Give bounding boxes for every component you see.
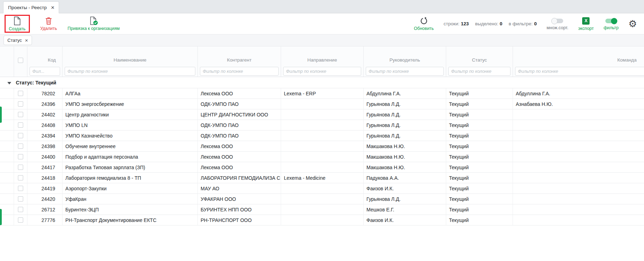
table-row[interactable]: 24408УМПО LNОДК-УМПО ПАОГурьянова Л.Д.Те… bbox=[0, 120, 644, 130]
row-checkbox-cell bbox=[14, 194, 27, 204]
row-checkbox[interactable] bbox=[18, 122, 23, 128]
group-row-status[interactable]: Статус: Текущий bbox=[0, 77, 644, 88]
bind-organizations-button[interactable]: Привязка к организациям bbox=[67, 16, 119, 31]
table-row[interactable]: 24396УМПО энергосбережениеОДК-УМПО ПАОГу… bbox=[0, 99, 644, 109]
table-row[interactable]: 24400Подбор и адаптация персоналаЛексема… bbox=[0, 152, 644, 162]
column-header-team[interactable]: Команда bbox=[513, 46, 644, 66]
table-row[interactable]: 24418Лаборатория гемодиализа 8 - ТПЛАБОР… bbox=[0, 173, 644, 183]
group-row-text: Статус: Текущий bbox=[16, 80, 56, 85]
column-filter-input-manager[interactable] bbox=[366, 67, 444, 76]
column-filter-input-name[interactable] bbox=[65, 67, 195, 76]
cell-name: РН-Транспорт Документирование ЕКТС bbox=[63, 215, 198, 225]
cell-code: 27776 bbox=[27, 215, 63, 225]
filter-toggle[interactable] bbox=[605, 19, 617, 23]
row-checkbox[interactable] bbox=[18, 91, 23, 96]
cell-team bbox=[513, 152, 644, 162]
tab-bar: Проекты - Реестр × bbox=[0, 0, 644, 13]
filter-toggle-button[interactable]: фильтр bbox=[604, 17, 619, 31]
cell-status: Текущий bbox=[446, 194, 513, 204]
cell-manager: Гурьянова Л.Д. bbox=[364, 120, 446, 130]
column-header-status[interactable]: Статус bbox=[446, 46, 513, 66]
left-edge-marker bbox=[0, 107, 2, 123]
table-row[interactable]: 26712Буринтех-ЭЦПБУРИНТЕХ НПП ОООМешков … bbox=[0, 204, 644, 215]
column-filter-input-direction[interactable] bbox=[283, 67, 361, 76]
create-button[interactable]: Создать bbox=[9, 17, 26, 32]
row-checkbox[interactable] bbox=[18, 196, 23, 202]
tab-close-icon[interactable]: × bbox=[51, 5, 54, 11]
table-row[interactable]: 24417Разработка Типовая зарплата (ЗП)Лек… bbox=[0, 162, 644, 173]
document-check-icon bbox=[89, 16, 98, 25]
group-value: Текущий bbox=[35, 80, 56, 85]
cell-direction bbox=[281, 130, 364, 141]
table-row[interactable]: 24394УМПО КазначействоОДК-УМПО ПАОГурьян… bbox=[0, 130, 644, 141]
cell-name: Центр диагностики bbox=[63, 109, 198, 120]
multi-sort-toggle-button[interactable]: множ.сорт. bbox=[547, 17, 568, 31]
multi-sort-toggle[interactable] bbox=[552, 19, 563, 23]
collapse-triangle-icon[interactable] bbox=[7, 80, 11, 85]
column-header-direction[interactable]: Направление bbox=[281, 46, 364, 66]
select-all-checkbox[interactable] bbox=[18, 58, 23, 63]
filter-cell-name bbox=[63, 66, 198, 77]
column-header-manager[interactable]: Руководитель bbox=[364, 46, 446, 66]
row-checkbox[interactable] bbox=[18, 144, 23, 149]
cell-counterparty: ОДК-УМПО ПАО bbox=[198, 120, 281, 130]
tab-title: Проекты - Реестр bbox=[8, 5, 47, 10]
cell-team bbox=[513, 162, 644, 173]
cell-manager: Макшакова Н.Ю. bbox=[364, 162, 446, 173]
row-checkbox[interactable] bbox=[18, 186, 23, 191]
table-row[interactable]: 27776РН-Транспорт Документирование ЕКТСР… bbox=[0, 215, 644, 225]
cell-status: Текущий bbox=[446, 173, 513, 183]
filter-chip-status[interactable]: Статус × bbox=[4, 36, 32, 45]
column-filter-input-counterparty[interactable] bbox=[200, 67, 279, 76]
cell-code: 24408 bbox=[27, 120, 63, 130]
row-checkbox[interactable] bbox=[18, 112, 23, 117]
column-header-code[interactable]: Код bbox=[27, 46, 63, 66]
row-checkbox-cell bbox=[14, 99, 27, 109]
table-row[interactable]: 24402Центр диагностикиЦЕНТР ДИАГНОСТИКИ … bbox=[0, 109, 644, 120]
cell-code: 24417 bbox=[27, 162, 63, 173]
filter-label: фильтр bbox=[604, 26, 619, 31]
cell-direction bbox=[281, 99, 364, 109]
app-window: Проекты - Реестр × Создать Удалить Привя… bbox=[0, 0, 644, 261]
cell-direction bbox=[281, 120, 364, 130]
column-header-counterparty[interactable]: Контрагент bbox=[198, 46, 281, 66]
column-filter-input-team[interactable] bbox=[515, 67, 644, 76]
cell-code: 78202 bbox=[27, 88, 63, 99]
cell-counterparty: Лексема ООО bbox=[198, 162, 281, 173]
chip-close-icon[interactable]: × bbox=[25, 38, 28, 43]
row-checkbox[interactable] bbox=[18, 133, 23, 138]
filter-cell-code bbox=[27, 66, 63, 77]
tab-projects-registry[interactable]: Проекты - Реестр × bbox=[3, 1, 59, 13]
cell-team bbox=[513, 194, 644, 204]
export-button[interactable]: X экспорт bbox=[578, 17, 594, 31]
cell-manager: Гурьянова Л.Д. bbox=[364, 109, 446, 120]
table-row[interactable]: 24419Аэропорт-ЗакупкиМАУ АОФаизов И.К.Те… bbox=[0, 183, 644, 194]
toggle-knob bbox=[611, 18, 617, 24]
row-checkbox-cell bbox=[14, 173, 27, 183]
cell-direction bbox=[281, 183, 364, 194]
row-checkbox[interactable] bbox=[18, 165, 23, 170]
cell-status: Текущий bbox=[446, 130, 513, 141]
row-checkbox[interactable] bbox=[18, 101, 23, 107]
row-checkbox[interactable] bbox=[18, 217, 23, 223]
filtered-count: в фильтре:0 bbox=[509, 21, 537, 26]
column-filter-input-status[interactable] bbox=[448, 67, 510, 76]
table-row[interactable]: 24420УфаКранУФАКРАН ОООГурьянова Л.Д.Тек… bbox=[0, 194, 644, 204]
table-row[interactable]: 24398Обучение внутреннееЛексема ОООМакша… bbox=[0, 141, 644, 152]
cell-direction bbox=[281, 141, 364, 152]
cell-status: Текущий bbox=[446, 109, 513, 120]
settings-gear-icon[interactable]: ⚙ bbox=[629, 19, 637, 28]
row-checkbox[interactable] bbox=[18, 207, 23, 212]
row-checkbox[interactable] bbox=[18, 175, 23, 180]
refresh-button[interactable]: Обновить bbox=[414, 16, 434, 31]
delete-button[interactable]: Удалить bbox=[40, 16, 57, 31]
grid-header-filters bbox=[0, 66, 644, 77]
row-checkbox[interactable] bbox=[18, 154, 23, 159]
column-header-name[interactable]: Наименование bbox=[63, 46, 198, 66]
grid-header: КодНаименованиеКонтрагентНаправлениеРуко… bbox=[0, 46, 644, 77]
cell-counterparty: РН-ТРАНСПОРТ ООО bbox=[198, 215, 281, 225]
column-filter-input-code[interactable] bbox=[30, 67, 60, 76]
cell-manager: Макшакова Н.Ю. bbox=[364, 141, 446, 152]
row-checkbox-cell bbox=[14, 88, 27, 99]
table-row[interactable]: 78202АЛГАаЛексема ОООLexema - ERPАбдулли… bbox=[0, 88, 644, 99]
